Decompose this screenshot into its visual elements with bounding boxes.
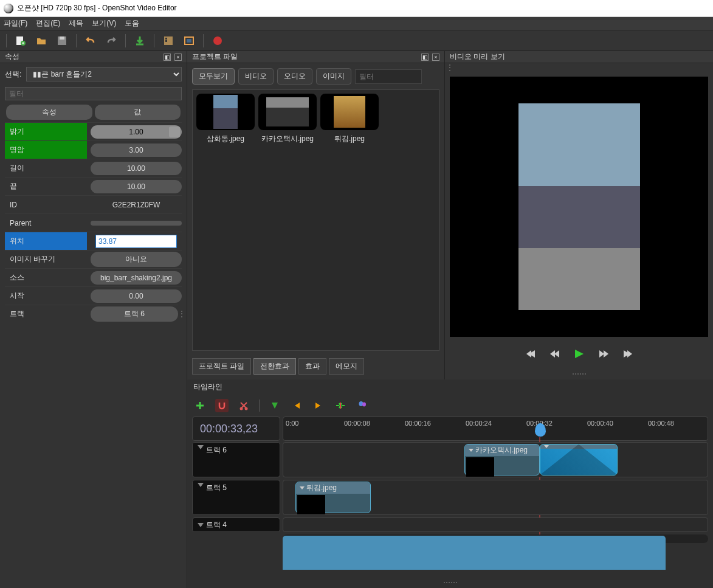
- selection-label: 선택:: [5, 69, 21, 80]
- open-project-icon[interactable]: [35, 34, 48, 47]
- file-item[interactable]: 카카오택시.jpeg: [258, 94, 317, 144]
- menu-help[interactable]: 도움: [125, 18, 139, 29]
- file-item[interactable]: 튀김.jpeg: [320, 94, 379, 144]
- file-name: 카카오택시.jpeg: [261, 134, 314, 143]
- track-header[interactable]: 트랙 6: [192, 442, 280, 477]
- jump-start-icon[interactable]: [525, 350, 536, 358]
- splitter-handle-icon[interactable]: ⋯⋯: [187, 578, 713, 587]
- import-icon[interactable]: [133, 34, 146, 47]
- selection-dropdown[interactable]: ▮▮큰 barr 흔들기2: [26, 67, 182, 81]
- panel-float-icon[interactable]: ◧: [164, 54, 171, 61]
- bottom-tab-effects[interactable]: 효과: [298, 358, 326, 375]
- next-marker-icon[interactable]: [312, 399, 325, 412]
- chevron-down-icon: [198, 523, 204, 527]
- timeline-scrollbar[interactable]: [283, 534, 708, 543]
- track-lane[interactable]: [283, 517, 708, 532]
- panel-float-icon[interactable]: ◧: [421, 54, 429, 61]
- prop-value[interactable]: [91, 221, 182, 226]
- prop-value[interactable]: 1.00: [91, 125, 182, 139]
- track-header[interactable]: 트랙 5: [192, 480, 280, 515]
- prop-key: 명암: [5, 141, 87, 159]
- jump-end-icon[interactable]: [622, 350, 633, 358]
- fullscreen-icon[interactable]: [182, 34, 196, 47]
- prop-value[interactable]: 10.00: [91, 162, 182, 175]
- timeline-ruler[interactable]: 0:00 00:00:08 00:00:16 00:00:24 00:00:32…: [283, 417, 708, 441]
- track-header[interactable]: 트랙 4: [192, 517, 280, 532]
- svg-rect-6: [165, 40, 167, 42]
- timeline-clip[interactable]: 카카오택시.jpeg: [464, 444, 540, 476]
- svg-point-9: [213, 36, 222, 45]
- panel-close-icon[interactable]: ×: [432, 54, 439, 61]
- save-project-icon[interactable]: [55, 34, 69, 47]
- rewind-icon[interactable]: [549, 350, 560, 358]
- splitter-handle-icon[interactable]: ⋯⋯: [445, 370, 713, 378]
- clip-label: 튀김.jpeg: [306, 483, 337, 493]
- pf-filter-input[interactable]: [355, 69, 422, 84]
- properties-table: 밝기1.00 명암3.00 길이10.00 끝10.00 IDG2E2R1Z0F…: [0, 122, 187, 323]
- balloon-icon[interactable]: [356, 399, 369, 412]
- svg-point-11: [245, 407, 248, 410]
- bottom-tab-project-files[interactable]: 프로젝트 파일: [192, 358, 251, 375]
- ruler-tick: 00:00:40: [587, 420, 613, 427]
- pf-tab-all[interactable]: 모두보기: [192, 68, 235, 85]
- bottom-tab-emoji[interactable]: 에모지: [329, 358, 364, 375]
- pf-tab-audio[interactable]: 오디오: [277, 68, 312, 85]
- svg-rect-5: [165, 38, 167, 40]
- prop-key: 길이: [5, 159, 87, 177]
- center-playhead-icon[interactable]: [334, 399, 347, 412]
- keyframe-badge-icon[interactable]: [169, 126, 180, 137]
- resize-handle-icon[interactable]: ⋮: [178, 310, 182, 318]
- prop-key: 이미지 바꾸기: [5, 251, 87, 268]
- menu-title[interactable]: 제목: [69, 18, 83, 29]
- timeline-transition[interactable]: [540, 444, 618, 476]
- menu-file[interactable]: 파일(F): [4, 18, 27, 29]
- prop-value[interactable]: big_barr_shaking2.jpg: [91, 271, 182, 285]
- new-project-icon[interactable]: [14, 34, 27, 47]
- position-input[interactable]: [95, 235, 177, 248]
- razor-icon[interactable]: [237, 399, 250, 412]
- add-track-icon[interactable]: [193, 399, 207, 412]
- menu-view[interactable]: 보기(V): [92, 18, 116, 29]
- forward-icon[interactable]: [598, 350, 609, 358]
- undo-icon[interactable]: [84, 34, 97, 47]
- timeline-title: 타임라인: [187, 379, 713, 395]
- prop-key: ID: [5, 197, 87, 213]
- chevron-down-icon: [198, 445, 204, 449]
- timecode-display[interactable]: 00:00:33,23: [192, 417, 280, 441]
- svg-point-10: [240, 407, 243, 410]
- preview-frame: [518, 103, 640, 310]
- file-item[interactable]: 삼화동.jpeg: [196, 94, 255, 144]
- menu-edit[interactable]: 편집(E): [36, 18, 60, 29]
- prop-value[interactable]: 10.00: [91, 180, 182, 193]
- redo-icon[interactable]: [105, 34, 118, 47]
- file-name: 튀김.jpeg: [334, 134, 365, 143]
- prev-marker-icon[interactable]: [290, 399, 303, 412]
- snap-icon[interactable]: [215, 399, 229, 412]
- panel-close-icon[interactable]: ×: [174, 54, 182, 61]
- track-lane[interactable]: 튀김.jpeg: [283, 480, 708, 515]
- export-icon[interactable]: [211, 34, 224, 47]
- prop-value-editing[interactable]: [91, 232, 182, 251]
- play-icon[interactable]: [574, 349, 585, 359]
- project-files-grid: 삼화동.jpeg 카카오택시.jpeg 튀김.jpeg: [192, 89, 439, 351]
- pf-tab-image[interactable]: 이미지: [316, 68, 351, 85]
- profile-icon[interactable]: [162, 34, 175, 47]
- add-marker-icon[interactable]: [268, 399, 281, 412]
- playhead-icon[interactable]: [535, 423, 546, 437]
- timeline-clip[interactable]: 튀김.jpeg: [295, 482, 371, 513]
- main-toolbar: [0, 30, 713, 51]
- preview-title: 비디오 미리 보기: [450, 52, 505, 62]
- prop-key: Parent: [5, 215, 87, 231]
- prop-header-name: 속성: [6, 105, 92, 120]
- splitter-handle-icon[interactable]: ⋮: [445, 63, 713, 72]
- bottom-tab-transitions[interactable]: 전환효과: [253, 358, 296, 375]
- prop-value[interactable]: 3.00: [91, 144, 182, 157]
- video-preview[interactable]: [450, 77, 708, 337]
- track-lane[interactable]: 카카오택시.jpeg: [283, 442, 708, 477]
- pf-tab-video[interactable]: 비디오: [238, 68, 274, 85]
- prop-value[interactable]: 0.00: [91, 289, 182, 303]
- prop-value[interactable]: 트랙 6: [91, 306, 178, 322]
- prop-value[interactable]: 아니요: [91, 252, 182, 267]
- properties-filter-input[interactable]: [5, 87, 182, 100]
- properties-panel-title: 속성: [5, 52, 19, 62]
